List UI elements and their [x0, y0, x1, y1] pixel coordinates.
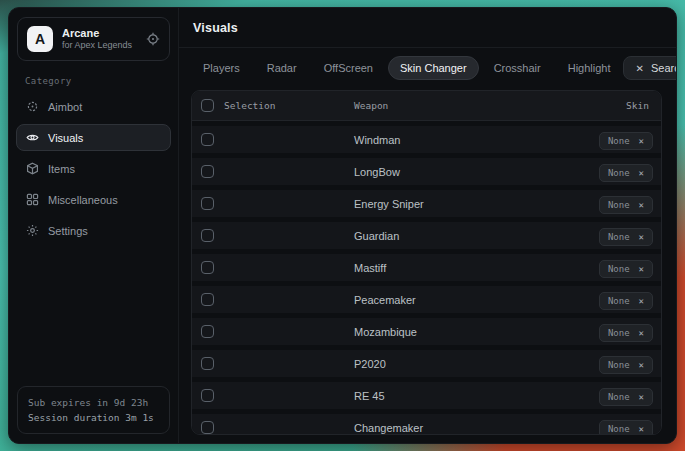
row-checkbox[interactable] — [201, 261, 214, 274]
tab-highlight[interactable]: Highlight — [556, 56, 623, 80]
skin-badge[interactable]: None ✕ — [599, 292, 653, 310]
target-icon[interactable] — [146, 32, 160, 46]
row-checkbox[interactable] — [201, 165, 214, 178]
table-body: Windman None ✕ LongBow None ✕ Energy Sni… — [192, 121, 661, 435]
skin-badge-label: None — [608, 136, 630, 146]
main-header: Visuals — [179, 8, 676, 48]
skin-badge-label: None — [608, 296, 630, 306]
row-checkbox[interactable] — [201, 229, 214, 242]
table-row[interactable]: Windman None ✕ — [192, 126, 661, 153]
weapon-name: LongBow — [342, 166, 599, 178]
select-all-checkbox[interactable] — [201, 99, 214, 112]
clear-skin-x-icon[interactable]: ✕ — [639, 264, 644, 274]
weapon-name: RE 45 — [342, 390, 599, 402]
column-header-weapon: Weapon — [342, 100, 626, 111]
skin-badge-label: None — [608, 328, 630, 338]
column-header-skin: Skin — [626, 100, 661, 111]
column-header-selection: Selection — [224, 100, 275, 111]
sidebar-item-label: Items — [48, 163, 75, 175]
skin-badge-label: None — [608, 200, 630, 210]
weapon-name: Mozambique — [342, 326, 599, 338]
clear-skin-x-icon[interactable]: ✕ — [639, 360, 644, 370]
weapon-name: Energy Sniper — [342, 198, 599, 210]
row-checkbox[interactable] — [201, 421, 214, 434]
sidebar: A Arcane for Apex Legends Category — [9, 8, 179, 443]
weapon-name: Mastiff — [342, 262, 599, 274]
tab-skin-changer[interactable]: Skin Changer — [388, 56, 479, 80]
clear-skin-x-icon[interactable]: ✕ — [639, 328, 644, 338]
sidebar-item-label: Aimbot — [48, 101, 82, 113]
tab-bar: Players Radar OffScreen Skin Changer Cro… — [191, 56, 623, 80]
skin-badge-label: None — [608, 232, 630, 242]
weapon-name: Windman — [342, 134, 599, 146]
page-title: Visuals — [193, 21, 238, 35]
sub-expiry-text: Sub expires in 9d 23h — [28, 395, 159, 410]
weapon-name: P2020 — [342, 358, 599, 370]
table-row[interactable]: LongBow None ✕ — [192, 158, 661, 185]
skin-badge[interactable]: None ✕ — [599, 164, 653, 182]
skin-badge-label: None — [608, 424, 630, 434]
sidebar-item-label: Miscellaneous — [48, 194, 118, 206]
eye-icon — [26, 131, 39, 144]
table-row[interactable]: Guardian None ✕ — [192, 222, 661, 249]
crosshair-icon — [26, 100, 39, 113]
row-checkbox[interactable] — [201, 389, 214, 402]
skin-badge[interactable]: None ✕ — [599, 260, 653, 278]
table-row[interactable]: Peacemaker None ✕ — [192, 286, 661, 313]
profile-card: A Arcane for Apex Legends — [17, 17, 170, 61]
sidebar-item-aimbot[interactable]: Aimbot — [16, 93, 171, 120]
clear-skin-x-icon[interactable]: ✕ — [639, 424, 644, 434]
skin-badge-label: None — [608, 264, 630, 274]
tab-players[interactable]: Players — [191, 56, 252, 80]
skin-badge-label: None — [608, 168, 630, 178]
search-button-label: Search — [651, 62, 677, 74]
sidebar-item-items[interactable]: Items — [16, 155, 171, 182]
sidebar-item-settings[interactable]: Settings — [16, 217, 171, 244]
clear-skin-x-icon[interactable]: ✕ — [639, 136, 644, 146]
skin-badge-label: None — [608, 392, 630, 402]
table-header: Selection Weapon Skin — [192, 91, 661, 121]
skin-badge[interactable]: None ✕ — [599, 388, 653, 406]
gear-icon — [26, 224, 39, 237]
table-row[interactable]: RE 45 None ✕ — [192, 382, 661, 409]
sidebar-item-visuals[interactable]: Visuals — [16, 124, 171, 151]
row-checkbox[interactable] — [201, 197, 214, 210]
skin-badge[interactable]: None ✕ — [599, 420, 653, 436]
table-row[interactable]: Energy Sniper None ✕ — [192, 190, 661, 217]
tab-offscreen[interactable]: OffScreen — [312, 56, 385, 80]
row-checkbox[interactable] — [201, 325, 214, 338]
table-row[interactable]: Mozambique None ✕ — [192, 318, 661, 345]
skin-badge[interactable]: None ✕ — [599, 356, 653, 374]
cube-icon — [26, 162, 39, 175]
row-checkbox[interactable] — [201, 357, 214, 370]
table-row[interactable]: Mastiff None ✕ — [192, 254, 661, 281]
skin-badge[interactable]: None ✕ — [599, 132, 653, 150]
subscription-info: Sub expires in 9d 23h Session duration 3… — [17, 386, 170, 434]
row-checkbox[interactable] — [201, 293, 214, 306]
search-x-icon: ✕ — [636, 63, 644, 74]
skin-badge-label: None — [608, 360, 630, 370]
search-button[interactable]: ✕ Search — [623, 56, 677, 80]
skin-badge[interactable]: None ✕ — [599, 324, 653, 342]
table-row[interactable]: P2020 None ✕ — [192, 350, 661, 377]
main-panel: Visuals Players Radar OffScreen Skin Cha… — [179, 8, 676, 443]
table-row[interactable]: Changemaker None ✕ — [192, 414, 661, 435]
skin-table: Selection Weapon Skin Windman None ✕ Lon… — [191, 90, 662, 435]
category-label: Category — [25, 76, 178, 86]
skin-badge[interactable]: None ✕ — [599, 196, 653, 214]
tab-crosshair[interactable]: Crosshair — [482, 56, 553, 80]
clear-skin-x-icon[interactable]: ✕ — [639, 392, 644, 402]
tab-radar[interactable]: Radar — [255, 56, 309, 80]
sidebar-item-miscellaneous[interactable]: Miscellaneous — [16, 186, 171, 213]
app-subtitle: for Apex Legends — [62, 40, 137, 51]
sidebar-item-label: Visuals — [48, 132, 83, 144]
skin-badge[interactable]: None ✕ — [599, 228, 653, 246]
clear-skin-x-icon[interactable]: ✕ — [639, 232, 644, 242]
clear-skin-x-icon[interactable]: ✕ — [639, 200, 644, 210]
toolbar: Players Radar OffScreen Skin Changer Cro… — [179, 48, 676, 80]
clear-skin-x-icon[interactable]: ✕ — [639, 168, 644, 178]
weapon-name: Guardian — [342, 230, 599, 242]
clear-skin-x-icon[interactable]: ✕ — [639, 296, 644, 306]
row-checkbox[interactable] — [201, 133, 214, 146]
app-window: A Arcane for Apex Legends Category — [8, 7, 677, 444]
